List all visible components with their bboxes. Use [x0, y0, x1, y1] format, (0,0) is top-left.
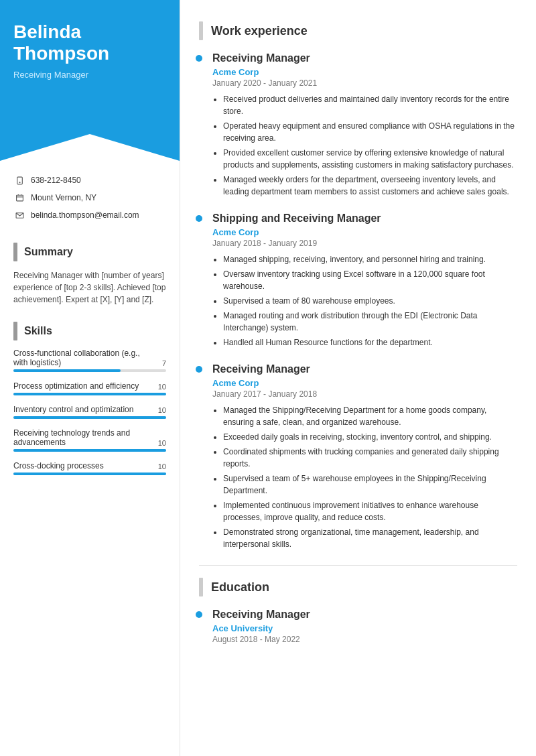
job-entry: Shipping and Receiving Manager Acme Corp… — [199, 212, 517, 349]
skill-bar-bg — [13, 472, 166, 475]
job-bullet: Managed routing and work distribution th… — [223, 310, 517, 334]
job-bullets-list: Received product deliveries and maintain… — [212, 93, 517, 198]
resume-page: Belinda Thompson Receiving Manager 638-2… — [0, 0, 536, 756]
skill-bar-bg — [13, 393, 166, 395]
skill-item: Cross-functional collaboration (e.g., wi… — [13, 349, 166, 372]
job-bullet: Implemented continuous improvement initi… — [223, 499, 517, 523]
skill-bar-bg — [13, 449, 166, 452]
skill-score: 10 — [158, 462, 166, 470]
email-contact: belinda.thompson@email.com — [13, 209, 166, 221]
skill-name: Cross-functional collaboration (e.g., wi… — [13, 349, 147, 367]
education-title: Education — [211, 580, 269, 594]
education-entry: Receiving Manager Ace University August … — [199, 609, 517, 644]
skill-name: Receiving technology trends and advancem… — [13, 428, 147, 447]
job-bullet: Coordinated shipments with trucking comp… — [223, 446, 517, 470]
edu-degree: Receiving Manager — [212, 609, 517, 621]
section-divider — [199, 565, 517, 566]
job-bullet: Received product deliveries and maintain… — [223, 93, 517, 117]
summary-bar — [13, 243, 17, 261]
summary-section-header: Summary — [0, 243, 180, 261]
job-bullet: Supervised a team of 5+ warehouse employ… — [223, 472, 517, 497]
work-experience-header: Work experience — [199, 21, 517, 40]
skill-item: Receiving technology trends and advancem… — [13, 428, 166, 452]
work-experience-title: Work experience — [211, 24, 308, 38]
job-dates: January 2020 - January 2021 — [212, 78, 517, 88]
education-bar — [199, 578, 203, 596]
skills-list: Cross-functional collaboration (e.g., wi… — [0, 349, 180, 485]
header-triangle-decoration — [0, 134, 180, 161]
job-bullet: Handled all Human Resource functions for… — [223, 336, 517, 349]
location-value: Mount Vernon, NY — [31, 193, 96, 202]
skill-name: Cross-docking processes — [13, 461, 104, 470]
job-entry: Receiving Manager Acme Corp January 2017… — [199, 363, 517, 550]
skill-score: 10 — [158, 439, 166, 447]
job-bullet: Operated heavy equipment and ensured com… — [223, 120, 517, 144]
location-icon — [13, 192, 25, 204]
skill-bar-fill — [13, 393, 166, 395]
job-title: Receiving Manager — [212, 52, 517, 64]
contact-section: 638-212-8450 Mount Vernon, NY belinda.th… — [0, 161, 180, 227]
job-bullet: Supervised a team of 80 warehouse employ… — [223, 295, 517, 307]
skill-bar-fill — [13, 449, 166, 452]
svg-rect-2 — [16, 195, 23, 201]
skill-score: 10 — [158, 383, 166, 391]
skill-name: Process optimization and efficiency — [13, 381, 139, 391]
skill-item: Inventory control and optimization 10 — [13, 405, 166, 419]
skill-item: Cross-docking processes 10 — [13, 461, 166, 475]
email-value: belinda.thompson@email.com — [31, 210, 139, 220]
summary-text: Receiving Manager with [number of years]… — [0, 269, 180, 306]
job-company: Acme Corp — [212, 227, 517, 237]
sidebar-header: Belinda Thompson Receiving Manager — [0, 0, 180, 134]
job-bullet: Demonstrated strong organizational, time… — [223, 526, 517, 550]
candidate-name: Belinda Thompson — [13, 21, 166, 64]
edu-dot — [196, 611, 202, 618]
job-bullet: Oversaw inventory tracking using Excel s… — [223, 268, 517, 292]
skill-item: Process optimization and efficiency 10 — [13, 381, 166, 395]
job-title: Shipping and Receiving Manager — [212, 212, 517, 225]
job-dates: January 2017 - January 2018 — [212, 389, 517, 399]
job-dot — [196, 215, 202, 222]
candidate-title: Receiving Manager — [13, 70, 166, 80]
main-content: Work experience Receiving Manager Acme C… — [180, 0, 536, 756]
phone-icon — [13, 174, 25, 186]
svg-point-1 — [19, 182, 19, 182]
skills-bar — [13, 322, 17, 340]
skill-bar-fill — [13, 472, 166, 475]
job-company: Acme Corp — [212, 378, 517, 388]
work-experience-bar — [199, 21, 203, 40]
education-header: Education — [199, 578, 517, 596]
edu-dates: August 2018 - May 2022 — [212, 635, 517, 644]
location-contact: Mount Vernon, NY — [13, 192, 166, 204]
phone-contact: 638-212-8450 — [13, 174, 166, 186]
phone-value: 638-212-8450 — [31, 176, 81, 185]
job-dot — [196, 55, 202, 62]
skill-bar-fill — [13, 369, 121, 372]
job-entry: Receiving Manager Acme Corp January 2020… — [199, 52, 517, 198]
skill-score: 7 — [162, 359, 166, 367]
job-bullets-list: Managed shipping, receiving, inventory, … — [212, 253, 517, 349]
job-bullet: Exceeded daily goals in receiving, stock… — [223, 431, 517, 443]
job-dot — [196, 366, 202, 373]
job-dates: January 2018 - January 2019 — [212, 239, 517, 248]
job-company: Acme Corp — [212, 67, 517, 77]
job-bullet: Managed shipping, receiving, inventory, … — [223, 253, 517, 265]
job-title: Receiving Manager — [212, 363, 517, 375]
skill-name: Inventory control and optimization — [13, 405, 133, 414]
job-bullet: Managed weekly orders for the department… — [223, 174, 517, 198]
job-bullet: Provided excellent customer service by o… — [223, 147, 517, 171]
summary-label: Summary — [24, 246, 73, 258]
skills-section-header: Skills — [0, 322, 180, 340]
skill-bar-bg — [13, 369, 166, 372]
skill-bar-fill — [13, 416, 166, 419]
edu-school: Ace University — [212, 623, 517, 633]
job-bullets-list: Managed the Shipping/Receiving Departmen… — [212, 404, 517, 550]
skills-label: Skills — [24, 325, 52, 337]
sidebar: Belinda Thompson Receiving Manager 638-2… — [0, 0, 180, 756]
email-icon — [13, 209, 25, 221]
jobs-list: Receiving Manager Acme Corp January 2020… — [199, 52, 517, 550]
job-bullet: Managed the Shipping/Receiving Departmen… — [223, 404, 517, 428]
education-list: Receiving Manager Ace University August … — [199, 609, 517, 644]
skill-score: 10 — [158, 406, 166, 414]
skill-bar-bg — [13, 416, 166, 419]
